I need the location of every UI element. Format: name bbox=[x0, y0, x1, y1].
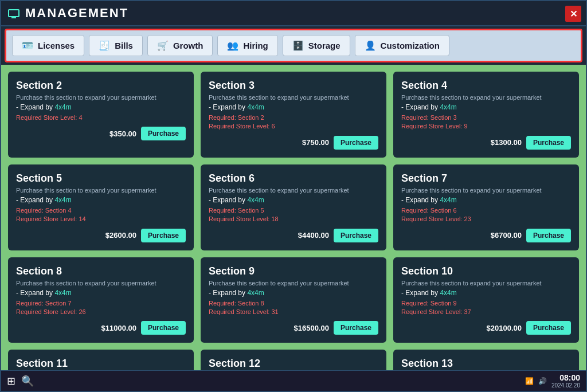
expand-size: 4x4m bbox=[54, 289, 71, 297]
section-required-section: Required: Section 9 bbox=[401, 299, 571, 308]
section-expand: - Expand by 4x4m bbox=[401, 103, 571, 111]
storage-icon: 🗄️ bbox=[292, 40, 304, 51]
section-expand: - Expand by 4x4m bbox=[209, 289, 378, 297]
section-title: Section 12 bbox=[209, 358, 378, 370]
section-requirements: Required: Section 9 Required Store Level… bbox=[401, 299, 571, 317]
start-icon[interactable]: ⊞ bbox=[7, 375, 15, 387]
section-card-section2: Section 2 Purchase this section to expan… bbox=[8, 72, 194, 158]
monitor-icon bbox=[8, 9, 19, 17]
section-required-section: Required: Section 3 bbox=[401, 113, 571, 122]
hiring-label: Hiring bbox=[243, 41, 268, 50]
section-expand: - Expand by 4x4m bbox=[209, 196, 378, 204]
sections-grid: Section 2 Purchase this section to expan… bbox=[8, 72, 579, 370]
section-title: Section 4 bbox=[401, 80, 571, 92]
section-price: $2600.00 bbox=[105, 231, 136, 240]
section-buy-row: $20100.00 Purchase bbox=[401, 321, 571, 335]
section-expand: - Expand by 4x4m bbox=[16, 196, 186, 204]
section-card-section10: Section 10 Purchase this section to expa… bbox=[393, 257, 579, 343]
expand-size: 4x4m bbox=[54, 196, 71, 204]
section-price: $16500.00 bbox=[294, 324, 329, 332]
section-price: $6700.00 bbox=[491, 231, 522, 240]
section-card-section7: Section 7 Purchase this section to expan… bbox=[393, 164, 579, 250]
section-required-section: Required: Section 8 bbox=[209, 299, 378, 308]
section-buy-row: $11000.00 Purchase bbox=[16, 321, 186, 335]
search-icon[interactable]: 🔍 bbox=[21, 375, 34, 387]
purchase-button-section9[interactable]: Purchase bbox=[334, 321, 378, 335]
section-title: Section 2 bbox=[16, 80, 186, 92]
section-title: Section 8 bbox=[16, 265, 186, 277]
growth-icon: 🛒 bbox=[157, 40, 169, 51]
section-expand: - Expand by 4x4m bbox=[209, 103, 378, 111]
section-level-req: Required Store Level: 23 bbox=[401, 215, 571, 224]
section-buy-row: $2600.00 Purchase bbox=[16, 229, 186, 242]
section-price: $350.00 bbox=[109, 130, 136, 138]
section-card-section3: Section 3 Purchase this section to expan… bbox=[201, 72, 386, 158]
section-level-req: Required Store Level: 14 bbox=[16, 215, 186, 224]
section-buy-row: $6700.00 Purchase bbox=[401, 229, 571, 242]
section-desc: Purchase this section to expand your sup… bbox=[401, 94, 571, 101]
growth-label: Growth bbox=[173, 41, 204, 50]
section-title: Section 3 bbox=[209, 80, 378, 92]
time-display: 08:00 bbox=[551, 373, 580, 382]
section-card-section6: Section 6 Purchase this section to expan… bbox=[201, 164, 386, 250]
section-buy-row: $16500.00 Purchase bbox=[209, 321, 378, 335]
tab-bills[interactable]: 🧾Bills bbox=[89, 35, 143, 56]
section-price: $1300.00 bbox=[491, 138, 522, 147]
section-title: Section 5 bbox=[16, 173, 186, 185]
section-level-req: Required Store Level: 37 bbox=[401, 308, 571, 316]
purchase-button-section7[interactable]: Purchase bbox=[526, 229, 571, 242]
customization-icon: 👤 bbox=[365, 40, 376, 51]
section-card-section13: Section 13 Purchase this section to expa… bbox=[393, 350, 579, 370]
section-title: Section 7 bbox=[401, 173, 571, 185]
bills-label: Bills bbox=[115, 41, 133, 50]
storage-label: Storage bbox=[308, 41, 341, 50]
tab-customization[interactable]: 👤Customization bbox=[355, 35, 449, 56]
tab-growth[interactable]: 🛒Growth bbox=[147, 35, 213, 56]
section-expand: - Expand by 4x4m bbox=[401, 289, 571, 297]
section-level-req: Required Store Level: 31 bbox=[209, 308, 378, 316]
section-requirements: Required: Section 4 Required Store Level… bbox=[16, 206, 186, 224]
content-area: Section 2 Purchase this section to expan… bbox=[1, 65, 586, 370]
expand-size: 4x4m bbox=[247, 289, 264, 297]
section-level-req: Required Store Level: 4 bbox=[16, 113, 186, 122]
section-card-section8: Section 8 Purchase this section to expan… bbox=[8, 257, 194, 343]
section-title: Section 11 bbox=[16, 358, 186, 370]
purchase-button-section8[interactable]: Purchase bbox=[141, 321, 186, 335]
expand-size: 4x4m bbox=[440, 289, 456, 297]
purchase-button-section6[interactable]: Purchase bbox=[334, 229, 378, 242]
tab-hiring[interactable]: 👥Hiring bbox=[217, 35, 277, 56]
section-required-section: Required: Section 5 bbox=[209, 206, 378, 215]
expand-size: 4x4m bbox=[247, 196, 264, 204]
nav-bar: 🪪Licenses🧾Bills🛒Growth👥Hiring🗄️Storage👤C… bbox=[5, 29, 582, 62]
expand-size: 4x4m bbox=[54, 103, 71, 111]
taskbar-right: 📶 🔊 08:00 2024.02.20 bbox=[525, 373, 580, 389]
expand-size: 4x4m bbox=[440, 103, 456, 111]
tab-storage[interactable]: 🗄️Storage bbox=[283, 35, 350, 56]
section-expand: - Expand by 4x4m bbox=[16, 289, 186, 297]
section-price: $4400.00 bbox=[298, 231, 329, 240]
section-requirements: Required: Section 5 Required Store Level… bbox=[209, 206, 378, 224]
section-title: Section 6 bbox=[209, 173, 378, 185]
close-button[interactable]: ✕ bbox=[565, 6, 581, 22]
date-display: 2024.02.20 bbox=[551, 382, 580, 389]
section-requirements: Required Store Level: 4 bbox=[16, 113, 186, 122]
hiring-icon: 👥 bbox=[227, 40, 238, 51]
purchase-button-section3[interactable]: Purchase bbox=[334, 136, 378, 150]
section-price: $11000.00 bbox=[101, 324, 136, 332]
tab-licenses[interactable]: 🪪Licenses bbox=[12, 35, 84, 56]
purchase-button-section5[interactable]: Purchase bbox=[141, 229, 186, 242]
section-requirements: Required: Section 7 Required Store Level… bbox=[16, 299, 186, 317]
window-title: MANAGEMENT bbox=[25, 6, 128, 21]
section-required-section: Required: Section 4 bbox=[16, 206, 186, 215]
purchase-button-section10[interactable]: Purchase bbox=[526, 321, 571, 335]
section-required-section: Required: Section 7 bbox=[16, 299, 186, 308]
purchase-button-section2[interactable]: Purchase bbox=[141, 127, 186, 140]
section-card-section12: Section 12 Purchase this section to expa… bbox=[201, 350, 386, 370]
section-requirements: Required: Section 2 Required Store Level… bbox=[209, 113, 378, 131]
section-level-req: Required Store Level: 26 bbox=[16, 308, 186, 316]
purchase-button-section4[interactable]: Purchase bbox=[526, 136, 571, 150]
section-card-section5: Section 5 Purchase this section to expan… bbox=[8, 164, 194, 250]
section-card-section11: Section 11 Purchase this section to expa… bbox=[8, 350, 194, 370]
section-level-req: Required Store Level: 6 bbox=[209, 122, 378, 131]
section-buy-row: $4400.00 Purchase bbox=[209, 229, 378, 242]
